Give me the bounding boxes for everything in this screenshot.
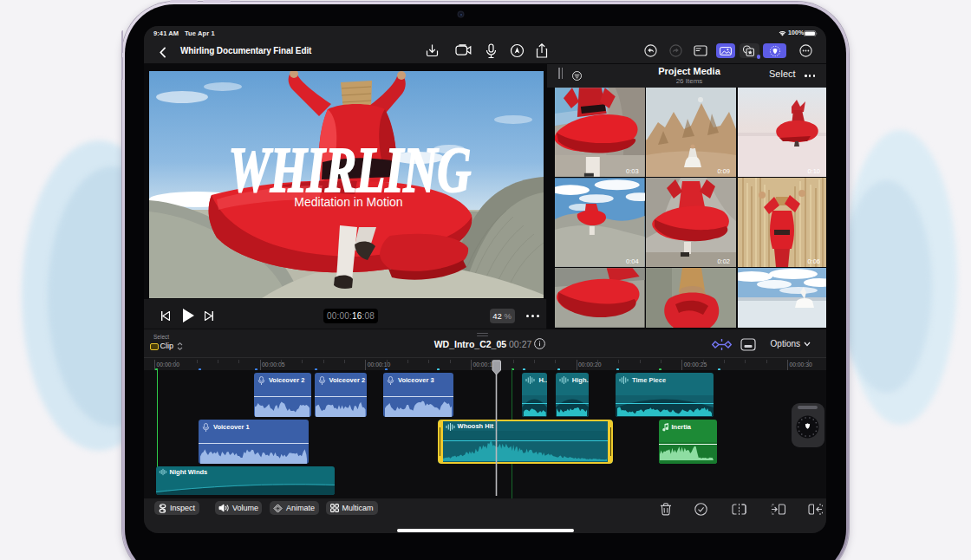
svg-text:0:03: 0:03 xyxy=(626,166,639,174)
svg-text:0:02: 0:02 xyxy=(718,257,731,265)
svg-text:Meditation in Motion: Meditation in Motion xyxy=(294,195,402,209)
svg-text:0:06: 0:06 xyxy=(807,257,820,265)
svg-text:0:09: 0:09 xyxy=(718,167,731,175)
svg-text:0:04: 0:04 xyxy=(626,257,639,265)
svg-text:0:10: 0:10 xyxy=(807,167,820,175)
